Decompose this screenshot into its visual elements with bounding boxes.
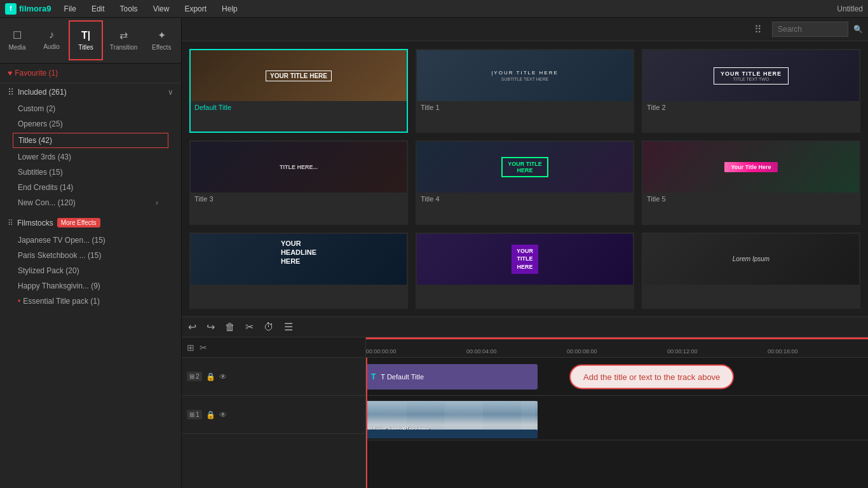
track-label-2: ⊞ 2 🔒 👁 bbox=[182, 358, 365, 396]
tab-titles[interactable]: T| Titles bbox=[69, 20, 103, 60]
track-row-2: T T Default Title Add the title or text … bbox=[366, 358, 868, 396]
title-thumbnail-4: YOUR TITLE HERE bbox=[417, 142, 633, 193]
title-card-2[interactable]: YOUR TITLE HERE TITLE TEXT TWO Title 2 bbox=[642, 49, 860, 133]
transition-label: Transition bbox=[110, 44, 138, 51]
filmstock-essential[interactable]: Essential Title pack (1) bbox=[0, 294, 181, 309]
title-name-3: Title 3 bbox=[191, 193, 407, 205]
title-name-5: Title 5 bbox=[643, 193, 859, 205]
track-label-1: ⊞ 1 🔒 👁 bbox=[182, 396, 365, 434]
menu-file[interactable]: File bbox=[62, 3, 79, 15]
title-thumbnail-8: Lorem Ipsum bbox=[643, 234, 859, 285]
title-card-3[interactable]: TITLE HERE... Title 3 bbox=[189, 140, 408, 224]
menu-edit[interactable]: Edit bbox=[89, 3, 107, 15]
track-num-label-1: 1 bbox=[196, 411, 200, 418]
audio-icon: ♪ bbox=[49, 29, 54, 41]
search-input[interactable] bbox=[772, 22, 848, 37]
window-title: Untitled bbox=[837, 4, 863, 13]
menu-export[interactable]: Export bbox=[182, 3, 209, 15]
media-icon: ☐ bbox=[13, 29, 22, 41]
tab-effects[interactable]: ✦ Effects bbox=[144, 18, 179, 63]
add-title-text: Add the title or text to the track above bbox=[583, 372, 720, 381]
title-card-1[interactable]: |YOUR TITLE HERE SUBTITLE TEXT HERE Titl… bbox=[416, 49, 634, 133]
menu-tools[interactable]: Tools bbox=[118, 3, 140, 15]
menu-bar: f filmora9 File Edit Tools View Export H… bbox=[0, 0, 868, 18]
transition-icon: ⇄ bbox=[119, 29, 128, 41]
title-thumbnail-2: YOUR TITLE HERE TITLE TEXT TWO bbox=[643, 50, 859, 101]
clip-title-label: T Default Title bbox=[381, 373, 424, 381]
cut-button[interactable]: ✂ bbox=[245, 321, 254, 333]
title-card-5[interactable]: Your Title Here Title 5 bbox=[642, 140, 860, 224]
audio-track-clip[interactable] bbox=[366, 430, 538, 438]
titles-area: ⠿ 🔍 YOUR TITLE HERE Default Title bbox=[182, 18, 868, 316]
ruler-time-4: 00:00:16:00 bbox=[768, 348, 798, 355]
settings-button[interactable]: ☰ bbox=[284, 321, 293, 333]
chevron-right-icon: › bbox=[156, 198, 158, 207]
sidebar-item-endcredits[interactable]: End Credits (14) bbox=[0, 180, 181, 195]
track-eye-2[interactable]: 👁 bbox=[219, 372, 227, 381]
filmstock-japanese[interactable]: Japanese TV Open... (15) bbox=[0, 233, 181, 248]
track-grid-icon-1: ⊞ bbox=[189, 411, 194, 418]
time-button[interactable]: ⏱ bbox=[264, 322, 274, 333]
filmstocks-grid-icon: ⠿ bbox=[8, 219, 13, 227]
undo-button[interactable]: ↩ bbox=[188, 321, 196, 333]
included-section[interactable]: ⠿ Included (261) ∨ bbox=[0, 83, 181, 101]
title-card-4[interactable]: YOUR TITLE HERE Title 4 bbox=[416, 140, 634, 224]
ruler-time-1: 00:00:04:00 bbox=[466, 348, 497, 355]
tab-audio[interactable]: ♪ Audio bbox=[34, 18, 69, 63]
tracks-container: T T Default Title Add the title or text … bbox=[366, 358, 868, 488]
track-clip-title[interactable]: T T Default Title bbox=[366, 364, 538, 390]
grid-icon: ⠿ bbox=[8, 87, 14, 97]
grid-view-icon[interactable]: ⠿ bbox=[754, 24, 762, 36]
menu-help[interactable]: Help bbox=[219, 3, 240, 15]
more-effects-button[interactable]: More Effects bbox=[57, 218, 100, 227]
sidebar-item-titles[interactable]: Titles (42) bbox=[13, 133, 168, 148]
clip-title-text: T T Default Title bbox=[371, 372, 424, 381]
sidebar-item-custom[interactable]: Custom (2) bbox=[0, 101, 181, 116]
filmstock-paris[interactable]: Paris Sketchbook ... (15) bbox=[0, 248, 181, 263]
track-lock-1[interactable]: 🔒 bbox=[206, 410, 215, 419]
search-icon[interactable]: 🔍 bbox=[853, 25, 863, 34]
app-logo: f filmora9 bbox=[5, 3, 51, 15]
track-lock-2[interactable]: 🔒 bbox=[206, 372, 215, 381]
main-content: ☐ Media ♪ Audio T| Titles ⇄ Transition ✦ bbox=[0, 18, 868, 488]
track-row-1: WhiteCherryBlossoms bbox=[366, 396, 868, 440]
title-name-default: Default Title bbox=[191, 101, 407, 114]
title-thumbnail-7: YOURTITLEHERE bbox=[417, 234, 633, 285]
track-num-2: ⊞ 2 bbox=[187, 372, 202, 381]
filmstocks-section: ⠿ Filmstocks More Effects bbox=[0, 213, 181, 233]
audio-label: Audio bbox=[43, 43, 60, 50]
scissors-button[interactable]: ✂ bbox=[200, 342, 207, 353]
sidebar-item-lower3rds[interactable]: Lower 3rds (43) bbox=[0, 149, 181, 165]
add-track-button[interactable]: ⊞ bbox=[187, 342, 194, 353]
track-num-1: ⊞ 1 bbox=[187, 410, 202, 419]
sidebar-item-openers[interactable]: Openers (25) bbox=[0, 116, 181, 132]
playhead-line bbox=[366, 358, 367, 488]
sidebar-item-newcon[interactable]: New Con... (120) › bbox=[0, 195, 181, 210]
included-label: Included (261) bbox=[18, 88, 168, 97]
newcon-label: New Con... (120) bbox=[18, 198, 76, 207]
add-title-bubble: Add the title or text to the track above bbox=[569, 364, 734, 389]
menu-view[interactable]: View bbox=[151, 3, 172, 15]
chevron-down-icon: ∨ bbox=[168, 88, 173, 97]
title-name-1: Title 1 bbox=[417, 101, 633, 114]
app-name: filmora9 bbox=[19, 4, 51, 13]
effects-label: Effects bbox=[152, 44, 171, 51]
filmstock-thanksgiving[interactable]: Happy Thanksgivin... (9) bbox=[0, 278, 181, 294]
sidebar-item-subtitles[interactable]: Subtitles (15) bbox=[0, 165, 181, 180]
title-card-6[interactable]: YOURHEADLINEHERE bbox=[189, 233, 408, 309]
track-eye-1[interactable]: 👁 bbox=[219, 410, 227, 419]
redo-button[interactable]: ↪ bbox=[207, 321, 215, 333]
filmstock-stylized[interactable]: Stylized Pack (20) bbox=[0, 263, 181, 278]
timeline-body: ⊞ ✂ ⊞ 2 🔒 👁 ⊞ bbox=[182, 337, 868, 488]
sidebar: ☐ Media ♪ Audio T| Titles ⇄ Transition ✦ bbox=[0, 18, 182, 488]
track-labels: ⊞ ✂ ⊞ 2 🔒 👁 ⊞ bbox=[182, 337, 366, 488]
title-card-default[interactable]: YOUR TITLE HERE Default Title bbox=[189, 49, 408, 133]
media-label: Media bbox=[8, 44, 25, 51]
tab-transition[interactable]: ⇄ Transition bbox=[103, 18, 144, 63]
title-card-8[interactable]: Lorem Ipsum bbox=[642, 233, 860, 309]
delete-button[interactable]: 🗑 bbox=[225, 322, 235, 333]
tab-media[interactable]: ☐ Media bbox=[0, 18, 34, 63]
titles-icon: T| bbox=[81, 30, 90, 41]
favourite-bar[interactable]: ♥ Favourite (1) bbox=[0, 64, 181, 83]
title-card-7[interactable]: YOURTITLEHERE bbox=[416, 233, 634, 309]
